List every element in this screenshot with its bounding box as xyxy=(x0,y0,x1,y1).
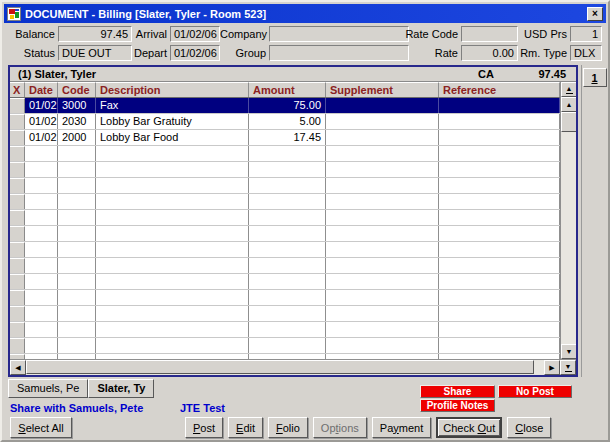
row-select-cell[interactable] xyxy=(10,274,25,289)
cell-code xyxy=(58,226,96,241)
table-row[interactable] xyxy=(10,274,560,290)
column-header-date[interactable]: Date xyxy=(25,82,58,97)
cell-description xyxy=(96,242,249,257)
row-select-cell[interactable] xyxy=(10,178,25,193)
row-select-cell[interactable] xyxy=(10,98,25,113)
cell-date xyxy=(25,306,58,321)
row-select-cell[interactable] xyxy=(10,162,25,177)
horizontal-scrollbar[interactable]: ◀ ▶ ▼ xyxy=(10,359,576,375)
table-row[interactable] xyxy=(10,242,560,258)
rm-type-field[interactable]: DLX xyxy=(570,45,602,61)
table-row[interactable] xyxy=(10,210,560,226)
cell-date: 01/02 xyxy=(25,114,58,129)
row-select-cell[interactable] xyxy=(10,146,25,161)
cell-date xyxy=(25,322,58,337)
rate-code-field[interactable] xyxy=(461,26,518,42)
badge-profile-notes: Profile Notes xyxy=(420,399,495,412)
table-row[interactable] xyxy=(10,226,560,242)
vertical-scrollbar[interactable]: ▲ ▲ ▼ xyxy=(560,82,576,359)
row-select-cell[interactable] xyxy=(10,290,25,305)
scroll-left-button[interactable]: ◀ xyxy=(10,360,26,375)
column-header-x[interactable]: X xyxy=(10,82,25,97)
cell-date xyxy=(25,210,58,225)
guest-tab-1[interactable]: Samuels, Pe xyxy=(8,379,88,398)
scroll-to-top-button[interactable]: ▲ xyxy=(561,82,576,97)
column-header-reference[interactable]: Reference xyxy=(439,82,560,97)
guest-tab-2[interactable]: Slater, Ty xyxy=(88,379,154,398)
rate-field[interactable]: 0.00 xyxy=(461,45,518,61)
jte-note: JTE Test xyxy=(180,402,225,414)
check-out-button[interactable]: Check Out xyxy=(436,417,502,438)
scroll-up-button[interactable]: ▲ xyxy=(561,97,576,112)
column-header-code[interactable]: Code xyxy=(58,82,96,97)
table-row[interactable] xyxy=(10,258,560,274)
row-select-cell[interactable] xyxy=(10,210,25,225)
close-button[interactable]: × xyxy=(587,7,603,21)
table-row[interactable]: 01/023000Fax75.00 xyxy=(10,98,560,114)
column-header-description[interactable]: Description xyxy=(96,82,249,97)
prs-field[interactable]: 1 xyxy=(570,26,602,42)
scroll-to-bottom-button[interactable]: ▼ xyxy=(560,360,576,375)
cell-reference xyxy=(439,258,560,273)
cell-date xyxy=(25,146,58,161)
cell-reference xyxy=(439,226,560,241)
row-select-cell[interactable] xyxy=(10,226,25,241)
post-button[interactable]: Post xyxy=(185,417,223,438)
table-row[interactable]: 01/022000Lobby Bar Food17.45 xyxy=(10,130,560,146)
payment-type: CA xyxy=(478,67,494,82)
options-button[interactable]: Options xyxy=(313,417,367,438)
cell-date xyxy=(25,178,58,193)
scroll-down-button[interactable]: ▼ xyxy=(561,344,576,359)
horizontal-scroll-thumb[interactable] xyxy=(26,360,534,374)
cell-code: 2000 xyxy=(58,130,96,145)
payment-button[interactable]: Payment xyxy=(372,417,431,438)
cell-description: Lobby Bar Food xyxy=(96,130,249,145)
cell-amount: 17.45 xyxy=(249,130,326,145)
cell-amount xyxy=(249,210,326,225)
row-select-cell[interactable] xyxy=(10,338,25,353)
column-header-amount[interactable]: Amount xyxy=(249,82,326,97)
table-row[interactable] xyxy=(10,194,560,210)
cell-date xyxy=(25,162,58,177)
scroll-right-button[interactable]: ▶ xyxy=(544,360,560,375)
folio-button[interactable]: Folio xyxy=(268,417,308,438)
prs-label: Prs xyxy=(547,28,567,40)
cell-description xyxy=(96,274,249,289)
row-select-cell[interactable] xyxy=(10,322,25,337)
cell-supplement xyxy=(326,130,439,145)
edit-button[interactable]: Edit xyxy=(228,417,263,438)
group-field[interactable] xyxy=(269,45,409,61)
cell-date xyxy=(25,242,58,257)
table-row[interactable] xyxy=(10,322,560,338)
depart-field[interactable]: 01/02/06 xyxy=(170,45,220,61)
row-select-cell[interactable] xyxy=(10,114,25,129)
cell-supplement xyxy=(326,226,439,241)
company-label: Company xyxy=(220,28,266,40)
table-row[interactable] xyxy=(10,146,560,162)
company-field[interactable] xyxy=(269,26,409,42)
arrival-field[interactable]: 01/02/06 xyxy=(170,26,220,42)
column-header-supplement[interactable]: Supplement xyxy=(326,82,439,97)
table-row[interactable] xyxy=(10,178,560,194)
balance-field[interactable]: 97.45 xyxy=(58,26,132,42)
row-select-cell[interactable] xyxy=(10,242,25,257)
select-all-button[interactable]: Select All xyxy=(10,417,72,438)
cell-reference xyxy=(439,114,560,129)
table-row[interactable] xyxy=(10,338,560,354)
table-row[interactable] xyxy=(10,290,560,306)
table-row[interactable]: 01/022030Lobby Bar Gratuity5.00 xyxy=(10,114,560,130)
window-1-button[interactable]: 1 xyxy=(583,68,607,87)
row-select-cell[interactable] xyxy=(10,306,25,321)
vertical-scroll-thumb[interactable] xyxy=(561,112,576,132)
status-field[interactable]: DUE OUT xyxy=(58,45,132,61)
vertical-scroll-track[interactable] xyxy=(561,112,576,344)
row-select-cell[interactable] xyxy=(10,130,25,145)
cell-reference xyxy=(439,274,560,289)
row-select-cell[interactable] xyxy=(10,194,25,209)
table-row[interactable] xyxy=(10,162,560,178)
table-row[interactable] xyxy=(10,306,560,322)
cell-amount xyxy=(249,258,326,273)
row-select-cell[interactable] xyxy=(10,258,25,273)
horizontal-scroll-track[interactable] xyxy=(26,360,544,375)
close-button[interactable]: Close xyxy=(507,417,551,438)
